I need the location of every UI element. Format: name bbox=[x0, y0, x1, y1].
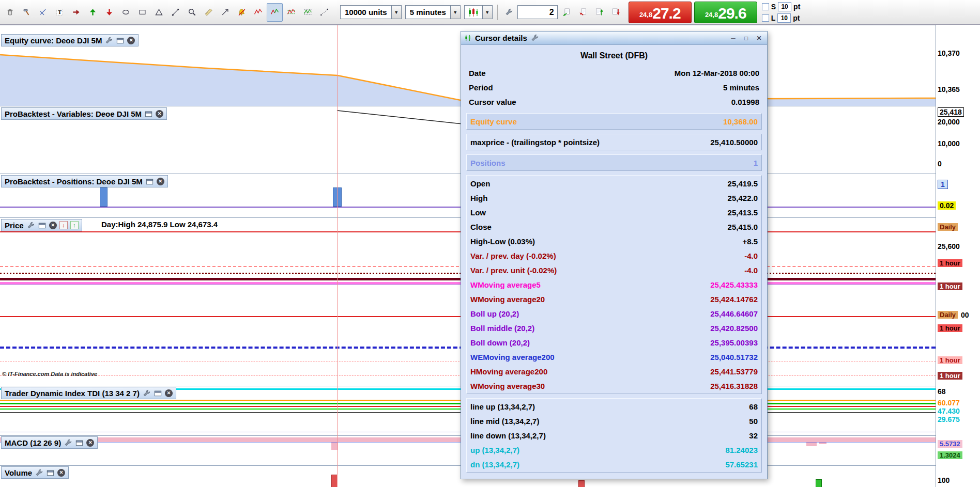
axis-hour-badge: 1 hour bbox=[938, 324, 962, 332]
cursor-row: dn (13,34,2,7)57.65231 bbox=[468, 457, 760, 472]
close-icon[interactable]: ✕ bbox=[165, 389, 173, 397]
buy-button[interactable]: 24,8 29.6 bbox=[694, 2, 757, 23]
tdi-group: line up (13,34,2,7)68 line mid (13,34,2,… bbox=[466, 398, 762, 473]
period-combobox[interactable]: 5 minutes ▼ bbox=[405, 5, 461, 19]
scroll-down-icon[interactable]: ↓ bbox=[59, 221, 68, 229]
period-dropdown-arrow-icon[interactable]: ▼ bbox=[451, 5, 461, 19]
stop-checkbox[interactable] bbox=[762, 3, 769, 10]
cursor-row: High-Low (0.03%)+8.5 bbox=[468, 234, 760, 248]
volume-panel-title[interactable]: Volume ✕ bbox=[1, 466, 69, 479]
axis-daily-badge: Daily bbox=[938, 223, 958, 231]
window-icon[interactable] bbox=[154, 389, 162, 398]
close-icon[interactable]: ✕ bbox=[156, 110, 163, 118]
axis-current-value: 25,418 bbox=[938, 107, 964, 117]
axis-position-badge: 1 bbox=[938, 180, 948, 189]
svg-text:T: T bbox=[58, 9, 62, 15]
cursor-info-group: DateMon 12-Mar-2018 00:00 Period5 minute… bbox=[466, 66, 762, 109]
open-buy-order-button[interactable] bbox=[591, 3, 607, 22]
pattern-button-1[interactable] bbox=[250, 3, 266, 22]
window-icon[interactable] bbox=[144, 109, 153, 118]
ellipse-tool-button[interactable] bbox=[118, 3, 134, 22]
close-icon[interactable]: ✕ bbox=[49, 222, 57, 229]
arrow-down-tool-button[interactable] bbox=[101, 3, 117, 22]
units-dropdown-arrow-icon[interactable]: ▼ bbox=[392, 5, 402, 19]
text-tool-button[interactable]: T bbox=[52, 3, 68, 22]
close-buy-order-button[interactable] bbox=[558, 3, 574, 22]
equity-panel-title[interactable]: Equity curve: Deoe DJI 5M ✕ bbox=[1, 34, 139, 46]
order-settings-button[interactable] bbox=[501, 3, 517, 22]
variables-panel-title[interactable]: ProBacktest - Variables: Deoe DJI 5M ✕ bbox=[1, 107, 167, 120]
measure-tool-button[interactable] bbox=[217, 3, 233, 22]
ruler-tool-button[interactable] bbox=[201, 3, 217, 22]
axis-tick: 100 bbox=[938, 476, 950, 484]
window-icon[interactable] bbox=[46, 468, 55, 477]
close-sell-order-button[interactable] bbox=[575, 3, 591, 22]
arrow-right-tool-button[interactable] bbox=[68, 3, 84, 22]
close-icon[interactable]: ✕ bbox=[57, 469, 65, 477]
units-value[interactable]: 10000 units bbox=[340, 5, 392, 19]
cursor-row: Open25,419.5 bbox=[468, 176, 760, 191]
price-axis[interactable]: 10,370 10,365 20,000 25,418 10,000 0 1 0… bbox=[936, 25, 980, 487]
window-icon[interactable] bbox=[116, 36, 125, 45]
stop-value-input[interactable]: 10 bbox=[778, 2, 791, 11]
price-panel-title[interactable]: Price ✕ ↓ ↑ bbox=[1, 219, 82, 231]
minimize-icon[interactable]: ─ bbox=[728, 33, 738, 43]
wrench-icon[interactable] bbox=[104, 36, 113, 45]
period-value[interactable]: 5 minutes bbox=[405, 5, 451, 19]
close-icon[interactable]: ✕ bbox=[157, 178, 164, 185]
arrow-up-tool-button[interactable] bbox=[85, 3, 101, 22]
window-icon[interactable] bbox=[145, 177, 154, 186]
alarm-tool-button[interactable] bbox=[234, 3, 250, 22]
limit-label: L bbox=[771, 14, 776, 22]
wrench-icon[interactable] bbox=[64, 438, 72, 447]
delete-tool-button[interactable] bbox=[2, 3, 18, 22]
rectangle-tool-button[interactable] bbox=[134, 3, 150, 22]
trading-workspace: T 10000 units ▼ 5 minutes ▼ ▼ bbox=[0, 0, 980, 487]
scroll-up-icon[interactable]: ↑ bbox=[70, 221, 79, 229]
limit-checkbox[interactable] bbox=[762, 14, 769, 22]
pattern-button-2[interactable] bbox=[267, 3, 283, 22]
triangle-tool-button[interactable] bbox=[151, 3, 167, 22]
popup-title: Cursor details bbox=[475, 34, 527, 42]
close-icon[interactable]: ✕ bbox=[86, 439, 94, 447]
wrench-icon[interactable] bbox=[26, 221, 35, 230]
cursor-row: Var. / prev. day (-0.02%)-4.0 bbox=[468, 248, 760, 263]
positions-panel-title[interactable]: ProBacktest - Positions: Deoe DJI 5M ✕ bbox=[1, 175, 168, 187]
chart-type-combobox[interactable]: ▼ bbox=[464, 5, 493, 19]
remove-drawings-button[interactable] bbox=[35, 3, 51, 22]
cursor-row: Close25,415.0 bbox=[468, 219, 760, 234]
units-combobox[interactable]: 10000 units ▼ bbox=[340, 5, 402, 19]
macd-panel-title[interactable]: MACD (12 26 9) ✕ bbox=[1, 436, 98, 449]
maximize-icon[interactable]: □ bbox=[741, 33, 751, 43]
pattern-button-3[interactable] bbox=[283, 3, 299, 22]
order-doc-red-icon bbox=[578, 8, 587, 17]
wrench-icon[interactable] bbox=[142, 389, 151, 398]
positions-panel-title-label: ProBacktest - Positions: Deoe DJI 5M bbox=[5, 177, 143, 186]
open-sell-order-button[interactable] bbox=[608, 3, 624, 22]
axis-tick: 10,000 bbox=[938, 139, 960, 148]
sell-button[interactable]: 24,8 27.2 bbox=[629, 2, 692, 23]
position-bar bbox=[100, 187, 108, 207]
tdi-panel-title[interactable]: Trader Dynamic Index TDI (13 34 2 7) ✕ bbox=[1, 387, 176, 399]
limit-value-input[interactable]: 10 bbox=[777, 13, 791, 23]
trash-icon bbox=[6, 8, 14, 17]
window-icon[interactable] bbox=[75, 438, 84, 447]
cursor-row: Var. / prev. unit (-0.02%)-4.0 bbox=[468, 263, 760, 277]
pattern-button-4[interactable] bbox=[300, 3, 316, 22]
tools-button[interactable] bbox=[19, 3, 35, 22]
segment-tool-button[interactable] bbox=[167, 3, 183, 22]
wrench-icon[interactable] bbox=[530, 34, 539, 42]
cursor-row: WMoving average525,425.43333 bbox=[468, 277, 760, 292]
zoom-tool-button[interactable] bbox=[184, 3, 200, 22]
cursor-details-titlebar[interactable]: Cursor details ─ □ ✕ bbox=[461, 32, 767, 45]
close-icon[interactable]: ✕ bbox=[127, 37, 135, 44]
wrench-icon[interactable] bbox=[35, 468, 43, 477]
close-icon[interactable]: ✕ bbox=[754, 33, 764, 43]
pattern-button-5[interactable] bbox=[316, 3, 332, 22]
cursor-details-window: Cursor details ─ □ ✕ Wall Street (DFB) D… bbox=[461, 31, 768, 479]
quantity-input[interactable] bbox=[517, 5, 558, 19]
axis-tick: 25,600 bbox=[938, 242, 960, 250]
chart-type-dropdown-arrow-icon[interactable]: ▼ bbox=[483, 5, 493, 19]
cursor-row: maxprice - (trailingstop * pointsize)25,… bbox=[468, 135, 760, 149]
window-icon[interactable] bbox=[38, 221, 47, 230]
